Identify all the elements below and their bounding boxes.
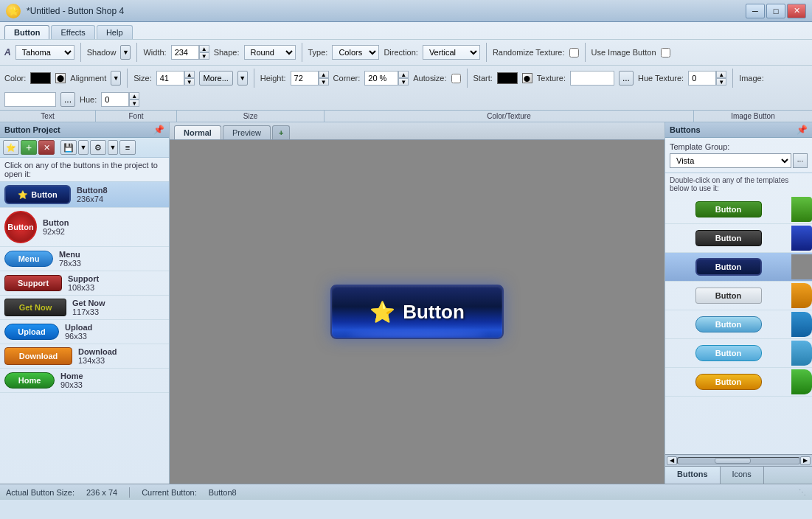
hue-input[interactable] (101, 92, 129, 107)
tmpl-button-label: Button (695, 316, 762, 332)
project-list-btn[interactable]: ≡ (119, 140, 136, 155)
preview-button[interactable]: ⭐ Button (330, 285, 504, 339)
scroll-thumb[interactable] (715, 458, 752, 464)
tab-preview[interactable]: Preview (223, 125, 271, 139)
minimize-button[interactable]: ─ (746, 4, 765, 18)
tab-help[interactable]: Help (97, 25, 133, 39)
hue-up[interactable]: ▲ (129, 92, 139, 100)
current-button-value: Button8 (209, 488, 237, 497)
divider-3 (302, 43, 302, 62)
close-button[interactable]: ✕ (787, 4, 806, 18)
image-input[interactable] (4, 92, 56, 107)
shape-select[interactable]: Round Square (244, 45, 296, 60)
tab-buttons-right[interactable]: Buttons (665, 467, 721, 484)
tab-add[interactable]: + (272, 125, 290, 139)
color-picker-btn[interactable]: ⬤ (55, 73, 66, 83)
template-row[interactable]: Button (665, 368, 812, 397)
list-item[interactable]: Home Home 90x33 (0, 369, 169, 393)
more-btn[interactable]: More... (199, 71, 233, 86)
btn-size: 117x33 (72, 307, 105, 316)
randomize-checkbox[interactable] (569, 48, 579, 58)
list-item[interactable]: Button Button 92x92 (0, 208, 169, 247)
maximize-button[interactable]: □ (766, 4, 785, 18)
divider-2 (136, 43, 137, 62)
width-down[interactable]: ▼ (199, 52, 209, 60)
scroll-right-btn[interactable]: ▶ (800, 456, 811, 465)
project-add-btn[interactable]: + (21, 140, 37, 155)
image-browse-btn[interactable]: ... (60, 92, 75, 107)
direction-select[interactable]: Vertical Horizontal (423, 45, 480, 60)
type-select[interactable]: Colors (332, 45, 379, 60)
size-up[interactable]: ▲ (184, 71, 195, 78)
project-save-dropdown[interactable]: ▼ (78, 140, 89, 155)
hue-texture-input[interactable] (688, 71, 716, 86)
divider-5 (585, 43, 586, 62)
btn-info-upload: Upload 96x33 (65, 323, 92, 341)
scroll-track (677, 457, 800, 464)
width-up[interactable]: ▲ (199, 45, 209, 52)
texture-input[interactable] (570, 71, 614, 86)
start-picker-btn[interactable]: ⬤ (522, 73, 532, 83)
height-up[interactable]: ▲ (319, 71, 329, 78)
start-swatch[interactable] (497, 72, 518, 84)
shadow-dropdown[interactable]: ▼ (120, 45, 131, 60)
texture-browse-btn[interactable]: ... (619, 71, 634, 86)
color-swatch[interactable] (30, 72, 51, 84)
project-settings-dropdown[interactable]: ▼ (108, 140, 118, 155)
font-select[interactable]: Tahoma (15, 45, 74, 60)
tab-normal[interactable]: Normal (174, 125, 221, 139)
height-input[interactable] (291, 71, 319, 86)
list-item[interactable]: Upload Upload 96x33 (0, 320, 169, 344)
project-save-btn[interactable]: 💾 (60, 140, 77, 155)
hue-texture-down[interactable]: ▼ (716, 78, 726, 86)
project-settings-btn[interactable]: ⚙ (90, 140, 106, 155)
template-row[interactable]: Button (665, 282, 812, 310)
tab-icons-right[interactable]: Icons (721, 467, 764, 484)
title-bar-left: ⭐ *Untitled - Button Shop 4 (6, 4, 124, 18)
font-icon: A (4, 47, 11, 58)
actual-size-value: 236 x 74 (86, 488, 117, 497)
hue-down[interactable]: ▼ (129, 100, 139, 107)
height-down[interactable]: ▼ (319, 78, 329, 86)
scroll-left-btn[interactable]: ◀ (667, 456, 677, 465)
hue-texture-up[interactable]: ▲ (716, 71, 726, 78)
template-scrollbar[interactable]: ◀ ▶ (665, 454, 812, 466)
template-group-label: Template Group: (670, 142, 808, 151)
more-dropdown[interactable]: ▼ (237, 71, 248, 86)
list-item[interactable]: Menu Menu 78x33 (0, 247, 169, 271)
template-group-select[interactable]: Vista (670, 153, 791, 168)
project-panel-title: Button Project (4, 125, 60, 134)
template-row[interactable]: Button (665, 339, 812, 368)
corner-down[interactable]: ▼ (398, 78, 409, 86)
template-row[interactable]: Button (665, 224, 812, 253)
project-icon-btn[interactable]: ⭐ (3, 140, 19, 155)
template-row[interactable]: Button (665, 195, 812, 224)
btn-info-circle: Button 92x92 (43, 218, 69, 236)
corner-up[interactable]: ▲ (398, 71, 409, 78)
status-resize-icon: ⋱ (799, 488, 806, 496)
use-image-checkbox[interactable] (661, 48, 670, 58)
list-item[interactable]: ⭐ Button Button8 236x74 (0, 182, 169, 208)
template-row[interactable]: Button (665, 310, 812, 339)
project-remove-btn[interactable]: ✕ (38, 140, 55, 155)
template-hint: Double-click on any of the templates bel… (665, 173, 812, 195)
tab-effects[interactable]: Effects (51, 25, 94, 39)
template-btn-3: Button (665, 253, 791, 281)
list-item[interactable]: Get Now Get Now 117x33 (0, 296, 169, 320)
width-input[interactable] (171, 45, 199, 60)
tab-button[interactable]: Button (4, 25, 49, 39)
list-item[interactable]: Support Support 108x33 (0, 271, 169, 296)
btn-preview-menu: Menu (4, 251, 53, 267)
corner-input[interactable] (364, 71, 398, 86)
btn-preview-getnow: Get Now (4, 299, 66, 316)
template-row[interactable]: Button (665, 253, 812, 282)
size-down[interactable]: ▼ (184, 78, 195, 86)
size-input[interactable] (156, 71, 184, 86)
template-btn-2: Button (665, 224, 791, 252)
list-item[interactable]: Download Download 134x33 (0, 344, 169, 369)
autosize-checkbox[interactable] (451, 74, 461, 83)
template-menu-btn[interactable]: ··· (793, 153, 808, 168)
alignment-dropdown[interactable]: ▼ (111, 71, 121, 86)
status-bar: Actual Button Size: 236 x 74 Current But… (0, 484, 812, 500)
text-section-label: Text (0, 111, 96, 122)
